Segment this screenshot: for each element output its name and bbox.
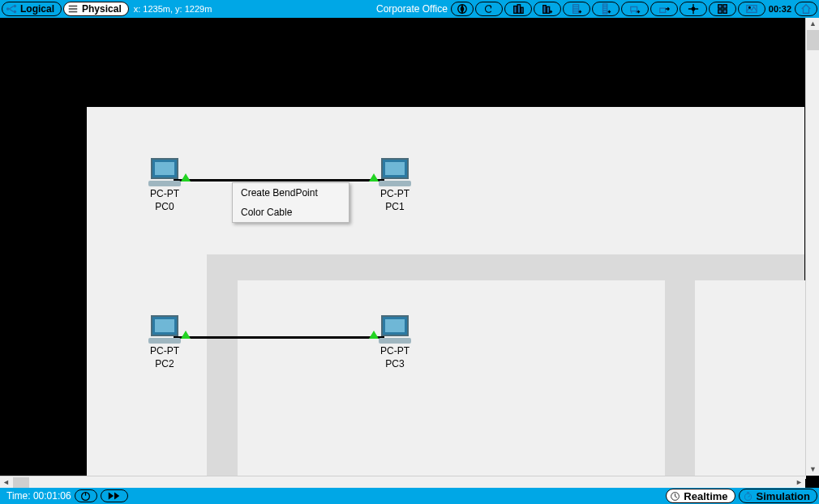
simulation-label: Simulation <box>757 490 810 502</box>
home-icon <box>800 3 812 15</box>
physical-icon <box>67 3 79 15</box>
back-arrow-icon <box>483 3 495 15</box>
physical-label: Physical <box>82 3 122 15</box>
new-table-button[interactable] <box>621 2 649 16</box>
svg-rect-8 <box>517 5 521 14</box>
scroll-up-arrow-icon[interactable]: ▲ <box>806 18 819 30</box>
pc-icon <box>151 315 178 336</box>
pc-icon <box>151 158 178 179</box>
new-rack-button[interactable] <box>592 2 620 16</box>
physical-mode-button[interactable]: Physical <box>63 2 129 16</box>
menu-color-cable[interactable]: Color Cable <box>233 203 349 222</box>
new-closet-button[interactable] <box>563 2 590 16</box>
device-name-label: PC3 <box>371 358 419 369</box>
svg-rect-11 <box>547 6 550 13</box>
device-type-label: PC-PT <box>140 345 189 357</box>
svg-rect-18 <box>723 5 727 8</box>
svg-rect-19 <box>718 10 722 13</box>
top-toolbar: Logical Physical x: 1235m, y: 1229m Corp… <box>0 0 819 18</box>
power-icon <box>80 491 91 502</box>
room-inner-a <box>238 280 665 479</box>
svg-rect-9 <box>521 7 523 13</box>
stopwatch-icon <box>743 491 753 502</box>
device-pc0[interactable]: PC-PT PC0 <box>140 158 189 212</box>
pc-icon <box>381 315 409 336</box>
background-button[interactable] <box>738 2 765 16</box>
closet-icon <box>571 3 582 15</box>
svg-point-16 <box>692 7 695 11</box>
bottom-toolbar: Time: 00:01:06 Realtime Simulation <box>0 488 819 504</box>
svg-rect-4 <box>69 8 78 10</box>
svg-rect-3 <box>69 6 78 7</box>
navigation-button[interactable] <box>451 2 474 16</box>
logical-label: Logical <box>20 3 54 15</box>
new-city-button[interactable] <box>504 2 532 16</box>
pc-icon <box>381 158 409 179</box>
scroll-thumb[interactable] <box>13 477 29 488</box>
sim-time-label: Time: 00:01:06 <box>6 490 71 502</box>
menu-create-bendpoint[interactable]: Create BendPoint <box>233 183 349 203</box>
new-building-button[interactable] <box>534 2 561 16</box>
cable-pc0-pc1[interactable] <box>174 179 384 182</box>
elapsed-clock: 00:32 <box>769 4 791 14</box>
device-name-label: PC2 <box>140 358 189 369</box>
device-pc1[interactable]: PC-PT PC1 <box>371 158 419 212</box>
location-label: Corporate Office <box>376 3 448 15</box>
svg-rect-7 <box>514 6 517 14</box>
scroll-down-arrow-icon[interactable]: ▼ <box>806 463 819 476</box>
svg-point-0 <box>6 7 10 11</box>
workspace-canvas[interactable]: PC-PT PC0 PC-PT PC1 PC-PT PC2 PC-PT PC3 … <box>0 18 819 488</box>
svg-point-22 <box>748 6 750 8</box>
realtime-mode-button[interactable]: Realtime <box>666 489 735 503</box>
power-cycle-button[interactable] <box>75 489 97 502</box>
compass-icon <box>457 3 468 15</box>
move-object-button[interactable] <box>650 2 678 16</box>
tiles-icon <box>717 3 728 15</box>
home-button[interactable] <box>795 2 817 16</box>
device-type-label: PC-PT <box>140 188 189 199</box>
move-icon <box>658 3 670 15</box>
rack-icon <box>600 3 611 15</box>
building-add-icon <box>542 3 553 15</box>
svg-point-1 <box>14 5 17 8</box>
device-type-label: PC-PT <box>371 188 419 199</box>
scroll-right-arrow-icon[interactable]: ► <box>793 476 805 488</box>
physical-floorplan[interactable]: PC-PT PC0 PC-PT PC1 PC-PT PC2 PC-PT PC3 … <box>87 107 804 476</box>
scroll-thumb[interactable] <box>807 30 819 50</box>
scroll-left-arrow-icon[interactable]: ◄ <box>0 476 12 488</box>
logical-icon <box>6 3 17 15</box>
device-name-label: PC0 <box>140 201 189 212</box>
city-icon <box>512 3 524 15</box>
room-inner-b <box>695 280 806 479</box>
svg-rect-14 <box>631 6 637 11</box>
table-add-icon <box>629 3 641 15</box>
device-pc3[interactable]: PC-PT PC3 <box>371 315 419 369</box>
svg-rect-17 <box>718 5 722 8</box>
svg-rect-20 <box>723 10 727 13</box>
tiles-button[interactable] <box>709 2 736 16</box>
cable-pc2-pc3[interactable] <box>174 336 384 339</box>
vertical-scrollbar[interactable]: ▲ ▼ <box>805 18 819 476</box>
cable-context-menu: Create BendPoint Color Cable <box>232 182 349 223</box>
svg-point-2 <box>14 11 17 14</box>
simulation-mode-button[interactable]: Simulation <box>739 489 817 503</box>
crosshair-icon <box>688 3 699 15</box>
coordinates-display: x: 1235m, y: 1229m <box>134 4 212 14</box>
fast-forward-icon <box>107 491 122 501</box>
svg-rect-15 <box>660 8 666 12</box>
device-name-label: PC1 <box>371 201 419 212</box>
grid-button[interactable] <box>680 2 707 16</box>
device-pc2[interactable]: PC-PT PC2 <box>140 315 189 369</box>
svg-rect-10 <box>543 6 547 14</box>
back-button[interactable] <box>475 2 503 16</box>
device-type-label: PC-PT <box>371 345 419 357</box>
horizontal-scrollbar[interactable]: ◄ ► <box>0 476 805 488</box>
image-icon <box>746 3 757 15</box>
clock-icon <box>670 491 680 502</box>
fast-forward-button[interactable] <box>101 489 128 502</box>
logical-mode-button[interactable]: Logical <box>2 2 62 16</box>
realtime-label: Realtime <box>684 490 727 502</box>
svg-rect-5 <box>69 11 78 13</box>
